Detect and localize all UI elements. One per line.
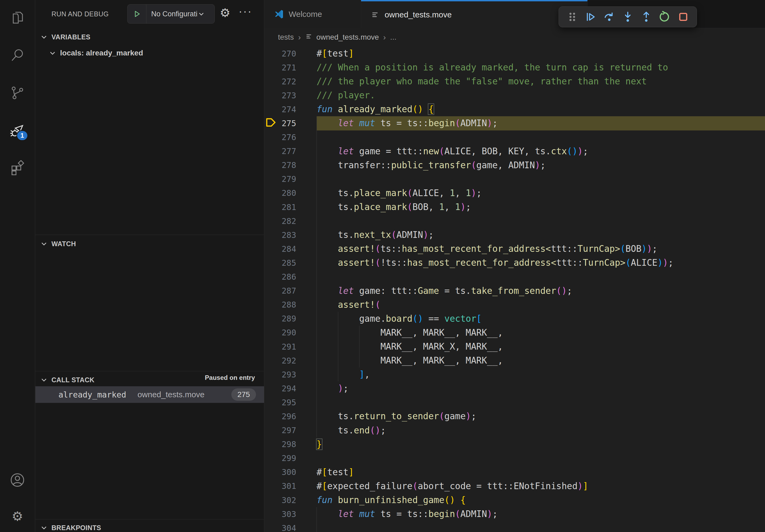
line-content[interactable]: ts.place_mark(BOB, 1, 1); <box>317 200 765 214</box>
gutter[interactable]: 286 <box>265 270 317 284</box>
code-line[interactable]: 270#[test] <box>265 47 765 61</box>
line-content[interactable]: /// player. <box>317 89 765 102</box>
gutter[interactable]: 293 <box>265 368 317 382</box>
code-line[interactable]: 278 transfer::public_transfer(game, ADMI… <box>265 158 765 172</box>
continue-button[interactable] <box>584 10 598 24</box>
line-content[interactable]: MARK__, MARK__, MARK__, <box>317 326 765 340</box>
code-line[interactable]: 295 <box>265 396 765 409</box>
code-line[interactable]: 301#[expected_failure(abort_code = ttt::… <box>265 479 765 493</box>
gutter[interactable]: 294 <box>265 382 317 396</box>
line-content[interactable]: ); <box>317 382 765 396</box>
code-line[interactable]: 303 let mut ts = ts::begin(ADMIN); <box>265 507 765 521</box>
code-line[interactable]: 296 ts.return_to_sender(game); <box>265 409 765 423</box>
gutter[interactable]: 281 <box>265 200 317 214</box>
line-content[interactable]: /// the player who made the "false" move… <box>317 75 765 89</box>
code-line[interactable]: 293 ], <box>265 368 765 382</box>
watch-section-header[interactable]: WATCH <box>35 237 264 251</box>
code-line[interactable]: 289 game.board() == vector[ <box>265 312 765 326</box>
code-line[interactable]: 279 <box>265 172 765 186</box>
line-content[interactable]: fun already_marked() { <box>317 102 765 116</box>
code-line[interactable]: 282 <box>265 214 765 228</box>
stop-button[interactable] <box>676 10 690 24</box>
line-content[interactable] <box>317 396 765 409</box>
code-line[interactable]: 285 assert!(!ts::has_most_recent_for_add… <box>265 256 765 270</box>
line-content[interactable]: MARK__, MARK_X, MARK__, <box>317 340 765 354</box>
line-content[interactable] <box>317 270 765 284</box>
code-line[interactable]: 300#[test] <box>265 465 765 479</box>
line-content[interactable]: game.board() == vector[ <box>317 312 765 326</box>
line-content[interactable]: ts.place_mark(ALICE, 1, 1); <box>317 186 765 200</box>
line-content[interactable]: fun burn_unfinished_game() { <box>317 493 765 507</box>
line-content[interactable] <box>317 172 765 186</box>
line-content[interactable]: ts.end(); <box>317 423 765 437</box>
gutter[interactable]: 284 <box>265 242 317 256</box>
gutter[interactable]: 277 <box>265 144 317 158</box>
gutter[interactable]: 303 <box>265 507 317 521</box>
gutter[interactable]: 280 <box>265 186 317 200</box>
gutter[interactable]: 270 <box>265 47 317 61</box>
toolbar-drag-handle[interactable] <box>565 10 579 24</box>
line-content[interactable] <box>317 451 765 465</box>
call-stack-frame-row[interactable]: already_marked owned_tests.move 275 <box>35 386 264 403</box>
gutter[interactable]: 279 <box>265 172 317 186</box>
gutter[interactable]: 295 <box>265 396 317 409</box>
code-line[interactable]: 286 <box>265 270 765 284</box>
variables-locals-scope[interactable]: locals: already_marked <box>35 46 264 60</box>
code-line[interactable]: 304 <box>265 521 765 532</box>
gutter[interactable]: 300 <box>265 465 317 479</box>
step-into-button[interactable] <box>621 10 635 24</box>
line-content[interactable]: let mut ts = ts::begin(ADMIN); <box>317 507 765 521</box>
explorer-icon[interactable] <box>9 10 25 26</box>
gutter[interactable]: 296 <box>265 409 317 423</box>
gutter[interactable]: 287 <box>265 284 317 298</box>
gutter[interactable]: 290 <box>265 326 317 340</box>
breadcrumb-file[interactable]: owned_tests.move <box>305 32 379 42</box>
code-line[interactable]: 297 ts.end(); <box>265 423 765 437</box>
line-content[interactable]: MARK__, MARK__, MARK__, <box>317 354 765 368</box>
restart-button[interactable] <box>658 10 672 24</box>
debug-settings-gear-icon[interactable]: ⚙ <box>220 7 230 19</box>
account-icon[interactable] <box>9 472 25 488</box>
debug-config-dropdown[interactable]: No Configurati <box>127 4 215 24</box>
variables-section-header[interactable]: VARIABLES <box>35 30 264 44</box>
step-out-button[interactable] <box>639 10 653 24</box>
line-content[interactable]: assert!(ts::has_most_recent_for_address<… <box>317 242 765 256</box>
line-content[interactable]: let mut ts = ts::begin(ADMIN); <box>317 116 765 130</box>
code-line[interactable]: 294 ); <box>265 382 765 396</box>
gutter[interactable]: 276 <box>265 131 317 144</box>
code-line[interactable]: 274fun already_marked() { <box>265 102 765 116</box>
line-content[interactable]: } <box>317 437 765 451</box>
gutter[interactable]: 291 <box>265 340 317 354</box>
line-content[interactable]: assert!(!ts::has_most_recent_for_address… <box>317 256 765 270</box>
run-and-debug-icon[interactable]: 1 <box>9 123 25 139</box>
code-line[interactable]: 273/// player. <box>265 89 765 102</box>
gutter[interactable]: 275 <box>265 116 317 130</box>
gutter[interactable]: 272 <box>265 75 317 89</box>
gutter[interactable]: 285 <box>265 256 317 270</box>
code-line[interactable]: 277 let game = ttt::new(ALICE, BOB, KEY,… <box>265 144 765 158</box>
gutter[interactable]: 283 <box>265 228 317 242</box>
settings-gear-icon[interactable]: ⚙ <box>9 508 25 524</box>
line-content[interactable]: ], <box>317 368 765 382</box>
gutter[interactable]: 301 <box>265 479 317 493</box>
start-debug-button[interactable] <box>128 5 146 23</box>
code-line[interactable]: 280 ts.place_mark(ALICE, 1, 1); <box>265 186 765 200</box>
search-icon[interactable] <box>9 47 25 63</box>
line-content[interactable]: #[test] <box>317 47 765 61</box>
breadcrumb-symbol[interactable]: ... <box>390 33 396 42</box>
breadcrumb-folder[interactable]: tests <box>278 33 294 42</box>
source-control-icon[interactable] <box>9 85 25 101</box>
code-line[interactable]: 281 ts.place_mark(BOB, 1, 1); <box>265 200 765 214</box>
gutter[interactable]: 282 <box>265 214 317 228</box>
line-content[interactable]: let game = ttt::new(ALICE, BOB, KEY, ts.… <box>317 144 765 158</box>
step-over-button[interactable] <box>602 10 616 24</box>
line-content[interactable]: /// When a position is already marked, t… <box>317 61 765 75</box>
code-line[interactable]: 299 <box>265 451 765 465</box>
tab-welcome[interactable]: Welcome <box>265 0 361 28</box>
breakpoints-section-header[interactable]: BREAKPOINTS <box>35 521 264 532</box>
gutter[interactable]: 304 <box>265 521 317 532</box>
code-line[interactable]: 298} <box>265 437 765 451</box>
code-line[interactable]: 276 <box>265 131 765 144</box>
line-content[interactable]: ts.next_tx(ADMIN); <box>317 228 765 242</box>
extensions-icon[interactable] <box>9 160 25 176</box>
